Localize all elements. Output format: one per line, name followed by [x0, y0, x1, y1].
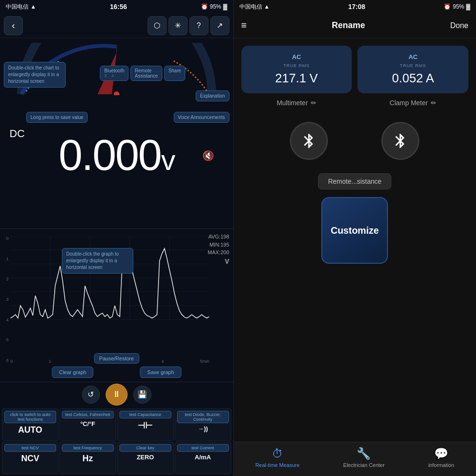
bottom-nav: ⏱ Real-time Measure 🔧 Electrician Center…: [234, 442, 476, 476]
func-cap-tip: test Capacitance: [119, 411, 171, 418]
bluetooth-tip-box: Bluetooth 3 4: [100, 66, 129, 81]
page-title: Rename: [332, 20, 365, 30]
device-card-1[interactable]: AC TRUE RMS 217.1 V: [241, 46, 352, 93]
device2-name-row: Clamp Meter ✏: [357, 99, 468, 107]
min-label: MIN:195: [208, 241, 229, 249]
func-clear-tip: Clear key: [119, 444, 171, 452]
func-clear[interactable]: Clear key ZERO: [117, 442, 174, 474]
remote-tip-box: RemoteAssistance: [130, 66, 162, 81]
func-freq-tip: test Frequency: [62, 444, 114, 452]
left-panel: 中国电信 ▲ 16:56 ⏰ 95% ▓ ‹ ⬡ ✳ ? ↗: [0, 0, 233, 476]
device2-name-label: Clamp Meter: [390, 99, 428, 107]
func-cap[interactable]: test Capacitance ⊣⊢: [117, 408, 174, 441]
func-clear-symbol: ZERO: [137, 454, 154, 461]
left-top-toolbar: ‹ ⬡ ✳ ? ↗: [0, 13, 233, 38]
realtime-label: Real-time Measure: [255, 462, 299, 468]
back-icon: ‹: [12, 20, 15, 31]
func-temp[interactable]: test Celsius, Fahrenheit °C/°F: [60, 408, 116, 441]
menu-button[interactable]: ≡: [241, 20, 247, 31]
electrician-icon: 🔧: [357, 447, 371, 460]
tooltip-long-press: Long press to save value: [26, 112, 88, 123]
time-label: 16:56: [110, 3, 127, 10]
func-ncv[interactable]: test NCV NCV: [2, 442, 59, 474]
device2-edit-icon[interactable]: ✏: [431, 99, 436, 107]
save-graph-button[interactable]: Save graph: [140, 367, 181, 378]
screen-rotate-icon: ⬡: [154, 21, 160, 30]
bt-connect-btn-1[interactable]: [290, 122, 328, 160]
x-label-5min: 5min: [200, 359, 209, 364]
y-label-2: 2: [1, 277, 9, 281]
share-tip-box: Share: [164, 66, 186, 81]
back-button[interactable]: ‹: [4, 16, 23, 35]
bt-connect-btn-2[interactable]: [381, 122, 419, 160]
tooltip-graph-double-click: Double-click the graph to enlargedly dis…: [62, 248, 133, 274]
nav-information[interactable]: 💬 information: [428, 447, 454, 468]
right-battery: 95%: [453, 3, 464, 10]
information-icon: 💬: [434, 447, 448, 460]
customize-section: Customize: [234, 197, 476, 264]
func-temp-symbol: °C/°F: [80, 420, 95, 427]
y-axis: 6 5 4 3 2 1 0: [0, 236, 10, 363]
save-button[interactable]: 💾: [133, 386, 151, 404]
right-alarm-icon: ⏰: [444, 3, 451, 10]
right-status-right: ⏰ 95% ▓: [444, 3, 470, 10]
func-auto-symbol: AUTO: [18, 425, 42, 435]
device2-true-rms: TRUE RMS: [400, 63, 426, 68]
realtime-icon: ⏱: [272, 447, 283, 460]
play-pause-icon: ⏸: [112, 389, 121, 399]
right-status-bar: 中国电信 ▲ 17:08 ⏰ 95% ▓: [234, 0, 476, 13]
device1-edit-icon[interactable]: ✏: [311, 99, 317, 107]
device-card-2[interactable]: AC TRUE RMS 0.052 A: [357, 46, 468, 93]
remote-assistance-button[interactable]: Remote...sistance: [318, 173, 391, 189]
right-battery-icon: ▓: [466, 3, 470, 10]
avg-label: AVG:198: [208, 233, 229, 241]
nav-electrician[interactable]: 🔧 Electrician Center: [343, 447, 385, 468]
graph-unit: V: [225, 258, 229, 265]
right-wifi-icon: ▲: [264, 3, 270, 10]
clear-graph-button[interactable]: Clear graph: [52, 367, 93, 378]
y-label-6: 6: [1, 358, 9, 363]
device1-true-rms: TRUE RMS: [283, 63, 309, 68]
screen-rotate-button[interactable]: ⬡: [148, 16, 167, 35]
rewind-icon: ↺: [88, 390, 94, 399]
share-icon: ↗: [217, 21, 223, 30]
help-icon: ?: [197, 21, 201, 30]
function-keys-grid: click to switch to auto test functions A…: [0, 407, 233, 476]
func-current-symbol: A/mA: [195, 454, 211, 461]
bluetooth-tooltip-area: Bluetooth 3 4 RemoteAssistance Share: [100, 66, 185, 81]
x-label-0: 0: [10, 359, 13, 364]
x-label-4: 4: [161, 359, 164, 364]
wifi-icon: ▲: [30, 3, 36, 10]
bluetooth-button[interactable]: ✳: [169, 16, 188, 35]
func-freq-symbol: Hz: [82, 454, 93, 464]
func-current[interactable]: test Current A/mA: [175, 442, 231, 474]
nav-realtime[interactable]: ⏱ Real-time Measure: [255, 447, 299, 468]
func-auto[interactable]: click to switch to auto test functions A…: [2, 408, 59, 441]
transport-bar: ↺ ⏸ 💾: [0, 382, 233, 407]
help-button[interactable]: ?: [189, 16, 208, 35]
func-auto-tip: click to switch to auto test functions: [4, 411, 56, 423]
mute-icon[interactable]: 🔇: [202, 150, 214, 161]
func-cap-symbol: ⊣⊢: [138, 420, 153, 431]
battery-icon: ▓: [223, 3, 228, 10]
right-spacer: [234, 264, 476, 442]
electrician-label: Electrician Center: [343, 462, 385, 468]
customize-button[interactable]: Customize: [321, 197, 388, 264]
information-label: information: [428, 462, 454, 468]
max-label: MAX:200: [208, 248, 229, 257]
play-pause-button[interactable]: ⏸: [106, 384, 128, 406]
func-freq[interactable]: test Frequency Hz: [60, 442, 116, 474]
bt-spacer: [336, 122, 374, 160]
pause-restore-button[interactable]: Pause/Restore: [94, 353, 139, 364]
func-temp-tip: test Celsius, Fahrenheit: [62, 411, 114, 418]
func-diode-tip: test Diode, Buzzer, Continuity: [177, 411, 229, 423]
meter-area: Double-click the chart to enlargedly dis…: [0, 38, 233, 228]
bt-connect-row: [234, 114, 476, 168]
share-button[interactable]: ↗: [210, 16, 229, 35]
rewind-button[interactable]: ↺: [82, 386, 100, 404]
done-button[interactable]: Done: [450, 21, 468, 30]
func-diode[interactable]: test Diode, Buzzer, Continuity →)): [175, 408, 231, 441]
meter-unit: v: [161, 144, 174, 176]
x-label-1: 1: [49, 359, 51, 364]
right-time: 17:08: [348, 3, 365, 10]
